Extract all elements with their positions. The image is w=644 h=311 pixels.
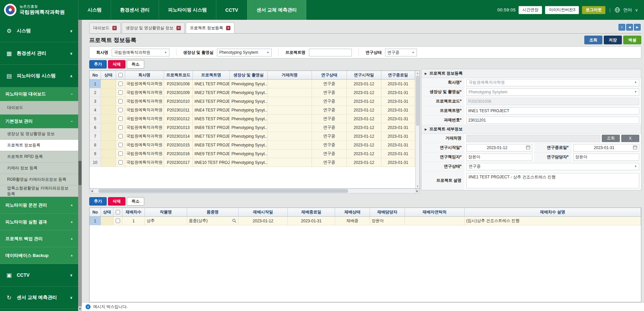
manager-input[interactable] [573, 153, 639, 161]
vertical-scrollbar[interactable]: ▲ ▼ [415, 71, 420, 188]
select-all-checkbox[interactable] [116, 210, 120, 214]
save-button[interactable]: 저장 [604, 36, 622, 44]
nav-phenotyping[interactable]: 피노타이핑 시스템 [159, 0, 216, 20]
table-row[interactable]: 9 국립원예특작과학원 P202301016 lINE9 TEST PROJEC… [90, 149, 415, 158]
start-date-input[interactable]: 2023-01-12 [466, 144, 532, 151]
scroll-down-icon[interactable]: ▼ [416, 184, 420, 188]
nav-cctv[interactable]: CCTV [216, 0, 247, 20]
table-row[interactable]: 7 국립원예특작과학원 P202301014 lINE7 TEST PROJEC… [90, 132, 415, 141]
project-name-field[interactable] [466, 107, 639, 115]
sidebar-item-cctv[interactable]: ▣ CCTV ∨ [0, 264, 78, 286]
sidebar-group-database-backup[interactable]: 데이타베이스 Backup + [0, 247, 78, 264]
form-chamber-select[interactable]: Phenotyping Sysytem ▼ [466, 88, 639, 96]
tab-close-icon[interactable]: × [176, 26, 181, 30]
calendar-icon[interactable] [526, 145, 530, 150]
logout-button[interactable]: 로그아웃 [582, 6, 605, 14]
close-all-tabs-button[interactable]: × [619, 24, 625, 31]
tab-chamber-info[interactable]: 생장상 및 영상촬영실 정보 × [122, 23, 185, 33]
delete-button[interactable]: 삭제 [108, 60, 125, 69]
nav-system[interactable]: 시스템 [78, 0, 111, 20]
sidebar-item-env-sensor[interactable]: ▦ 환경센서 관리 ∨ [0, 42, 78, 65]
row-checkbox[interactable] [118, 117, 123, 121]
scrollbar-track[interactable] [94, 189, 415, 193]
table-row[interactable]: 2 국립원예특작과학원 P202301009 lINE2 TEST PROJEC… [90, 88, 415, 97]
extend-time-button[interactable]: 시간연장 [519, 6, 542, 14]
nav-env-sensor[interactable]: 환경센서 관리 [111, 0, 159, 20]
calendar-icon[interactable] [633, 145, 637, 150]
sidebar-item-project-register[interactable]: 프로젝트 정보등록 [0, 140, 78, 151]
delete-button[interactable]: 삭제 [108, 197, 125, 206]
tab-project-register[interactable]: 프로젝트 정보등록 × [186, 23, 234, 33]
project-name-input[interactable] [309, 49, 352, 56]
sidebar-item-chlorophyll-camera-coords[interactable]: 엽록소형광촬영실 카메라좌표정보 등록 [0, 185, 78, 197]
sidebar-group-basic-info[interactable]: 기본정보 관리 − [0, 115, 78, 128]
language-label[interactable]: 언어 [623, 7, 632, 13]
table-row[interactable]: 1 국립원예특작과학원 P202301008 lINE1 TEST PROJEC… [90, 80, 415, 88]
sidebar-item-rgb-camera-coords[interactable]: RGB촬영실 카메라좌표정보 등록 [0, 174, 78, 185]
search-button[interactable]: 조회 [584, 36, 602, 44]
leader-input[interactable] [466, 153, 532, 161]
row-checkbox[interactable] [116, 219, 120, 223]
add-button[interactable]: 추가 [89, 60, 107, 69]
sidebar-group-project-backup[interactable]: 프로젝트 백업 관리 + [0, 230, 78, 247]
row-checkbox[interactable] [118, 108, 123, 112]
row-checkbox[interactable] [118, 90, 123, 95]
scrollbar-thumb[interactable] [78, 161, 82, 185]
table-row[interactable]: 3 국립원예특작과학원 P202301010 lINE3 TEST PROJEC… [90, 97, 415, 106]
nav-sensor-replace[interactable]: 센서 교체 예측관리 [247, 0, 306, 20]
row-checkbox[interactable] [118, 151, 123, 156]
sidebar-item-dashboard[interactable]: 대쉬보드 [0, 101, 78, 115]
sidebar-item-phenotyping[interactable]: ▤ 피노타이핑 시스템 ∧ [0, 65, 78, 87]
table-row[interactable]: 4 국립원예특작과학원 P202301011 lINE4 TEST PROJEC… [90, 106, 415, 115]
scroll-down-icon[interactable]: ▼ [78, 306, 82, 311]
scrollbar-thumb[interactable] [98, 189, 348, 193]
globe-icon[interactable] [614, 7, 620, 13]
tab-close-icon[interactable]: × [226, 26, 230, 30]
excel-button[interactable]: 엑셀 [623, 36, 641, 44]
tab-dashboard[interactable]: 대쉬보드 × [89, 23, 121, 33]
table-row[interactable]: 6 국립원예특작과학원 P202301013 lINE6 TEST PROJEC… [90, 123, 415, 132]
select-all-checkbox[interactable] [118, 73, 123, 77]
research-status-select[interactable]: 연구중 ▼ [385, 49, 417, 56]
end-date-input[interactable]: 2023-01-31 [573, 144, 639, 151]
client-search-button[interactable]: 조회 [602, 135, 620, 142]
sidebar-scrollbar[interactable]: ▼ [78, 20, 82, 311]
row-checkbox[interactable] [118, 134, 123, 138]
row-checkbox[interactable] [118, 160, 123, 165]
horizontal-scrollbar[interactable]: ◀ ▶ [89, 189, 420, 193]
sidebar-item-chamber-info[interactable]: 생장상 및 영상촬영실 정보 [0, 128, 78, 140]
table-row[interactable]: 1 1 상추 품종(상추) 2023-01-12 2023-01-31 [90, 217, 641, 225]
chamber-select[interactable]: Phenotyping Sysytem ▼ [217, 49, 272, 56]
prev-tab-button[interactable]: ◀ [626, 24, 633, 31]
cancel-button[interactable]: 취소 [127, 197, 144, 206]
form-status-select[interactable]: 연구중 ▼ [466, 163, 639, 170]
row-checkbox[interactable] [118, 125, 123, 130]
scroll-up-icon[interactable]: ▲ [416, 71, 420, 75]
sidebar-item-camera-info[interactable]: 카메라 정보 등록 [0, 163, 78, 174]
language-chevron-down-icon[interactable]: ∨ [635, 8, 638, 12]
table-row[interactable]: 10 국립원예특작과학원 P202301017 lINE10 TEST PROJ… [90, 158, 415, 167]
sidebar-item-project-rfid[interactable]: 프로젝트 RFID 등록 [0, 151, 78, 163]
form-company-select[interactable]: 국립원예특작과학원 ▼ [466, 79, 639, 86]
account-button[interactable]: 아이티컨버전3 [545, 6, 579, 14]
row-checkbox[interactable] [118, 99, 123, 103]
sidebar-group-operation[interactable]: 피노타이핑 운전 관리 + [0, 197, 78, 214]
next-tab-button[interactable]: ▶ [634, 24, 641, 31]
cancel-button[interactable]: 취소 [127, 60, 144, 69]
row-checkbox[interactable] [118, 143, 123, 147]
table-row[interactable]: 8 국립원예특작과학원 P202301015 lINE8 TEST PROJEC… [90, 141, 415, 149]
row-checkbox[interactable] [118, 82, 123, 86]
logo[interactable]: 농촌진흥청 국립원예특작과학원 [0, 0, 78, 20]
sidebar-group-pheno-dashboard[interactable]: 피노타이핑 대쉬보드 − [0, 87, 78, 101]
sidebar-group-experiment-results[interactable]: 피노타이핑 실험 결과 + [0, 214, 78, 230]
scrollbar-thumb[interactable] [416, 76, 419, 126]
company-select[interactable]: 국립원예특작과학원 ▼ [112, 49, 169, 56]
sidebar-item-sensor-replace[interactable]: ↻ 센서 교체 예측관리 ∨ [0, 286, 78, 309]
client-clear-button[interactable]: X [621, 135, 639, 142]
task-number-input[interactable] [466, 117, 639, 124]
description-textarea[interactable]: lINE1 TEST PROJECT - 상추 건조스트레스 진행 [466, 173, 639, 188]
scroll-right-icon[interactable]: ▶ [415, 189, 420, 193]
variety-search-icon[interactable] [232, 219, 236, 223]
table-row[interactable]: 5 국립원예특작과학원 P202301012 lINE5 TEST PROJEC… [90, 115, 415, 123]
sidebar-item-system[interactable]: ⚙ 시스템 ∨ [0, 20, 78, 42]
